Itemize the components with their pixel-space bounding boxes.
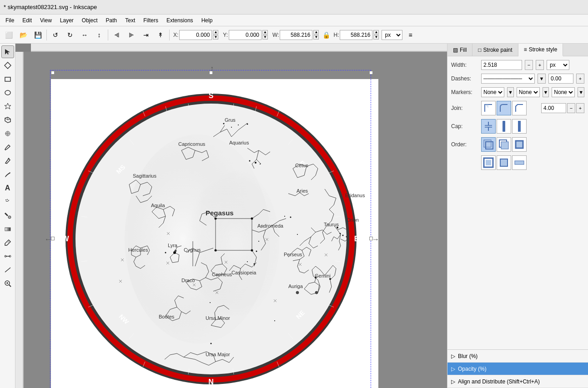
markers-end-select[interactable]: None bbox=[552, 87, 575, 97]
spray-tool[interactable] bbox=[1, 195, 14, 208]
order-outside-btn[interactable] bbox=[481, 155, 496, 170]
canvas-area[interactable]: S MS ES W E NW NE N bbox=[15, 44, 447, 388]
3dbox-tool[interactable] bbox=[1, 114, 14, 126]
arrow-left: ← bbox=[45, 235, 52, 244]
rect-tool[interactable] bbox=[1, 73, 14, 85]
lock-ratio-btn[interactable]: 🔒 bbox=[322, 30, 331, 40]
markers-mid-select[interactable]: None bbox=[517, 87, 540, 97]
pen-tool[interactable] bbox=[1, 154, 14, 167]
svg-point-98 bbox=[211, 343, 212, 344]
menu-text[interactable]: Text bbox=[121, 16, 139, 25]
order-paint-stroke-btn[interactable] bbox=[481, 137, 496, 152]
width-input[interactable] bbox=[481, 60, 522, 70]
width-unit-select[interactable]: px mm pt bbox=[547, 60, 569, 70]
gradient-tool[interactable] bbox=[1, 223, 14, 235]
blur-item[interactable]: ▷ Blur (%) bbox=[447, 350, 588, 363]
order-inside-btn[interactable] bbox=[512, 137, 527, 152]
join-value-decrement[interactable]: − bbox=[567, 103, 575, 113]
zoom-tool[interactable] bbox=[1, 277, 14, 290]
x-decrement[interactable]: ▼ bbox=[213, 35, 218, 40]
star-tool[interactable] bbox=[1, 100, 14, 113]
align-label: Align and Distribute (Shift+Ctrl+A) bbox=[458, 378, 540, 385]
cap-butt-btn[interactable] bbox=[481, 119, 496, 134]
redo-btn[interactable]: ↻ bbox=[63, 29, 77, 41]
align-left-btn[interactable]: ⫷ bbox=[110, 29, 124, 41]
align-justify-btn[interactable]: ↟ bbox=[154, 29, 167, 41]
menu-help[interactable]: Help bbox=[198, 16, 216, 25]
join-value-input[interactable] bbox=[541, 103, 566, 113]
ellipse-tool[interactable] bbox=[1, 86, 14, 99]
markers-start-select[interactable]: None bbox=[481, 87, 504, 97]
x-increment[interactable]: ▲ bbox=[213, 30, 218, 35]
join-round-btn[interactable] bbox=[497, 101, 511, 115]
select-tool[interactable] bbox=[1, 45, 14, 58]
open-btn[interactable]: 📂 bbox=[16, 29, 30, 41]
dropper-tool[interactable] bbox=[1, 236, 14, 249]
join-bevel-btn[interactable] bbox=[512, 101, 527, 115]
menu-object[interactable]: Object bbox=[78, 16, 101, 25]
dashes-dropdown[interactable]: ▼ bbox=[538, 74, 546, 84]
x-input[interactable] bbox=[179, 30, 212, 40]
menu-edit[interactable]: Edit bbox=[19, 16, 35, 25]
order-center-btn[interactable] bbox=[497, 155, 511, 170]
align-item[interactable]: ▷ Align and Distribute (Shift+Ctrl+A) bbox=[447, 375, 588, 388]
tab-stroke-style[interactable]: ≡ Stroke style bbox=[518, 44, 563, 56]
opacity-item[interactable]: ▷ Opacity (%) bbox=[447, 363, 588, 375]
markers-start-dropdown[interactable]: ▼ bbox=[507, 87, 514, 97]
connector-tool[interactable] bbox=[1, 250, 14, 263]
calligraphy-tool[interactable] bbox=[1, 168, 14, 181]
width-decrement[interactable]: − bbox=[525, 60, 533, 70]
svg-point-100 bbox=[210, 302, 211, 303]
spiral-tool[interactable] bbox=[1, 127, 14, 140]
h-increment[interactable]: ▲ bbox=[373, 30, 379, 35]
dashes-label: Dashes: bbox=[451, 75, 478, 82]
pencil-tool[interactable] bbox=[1, 141, 14, 154]
cap-round-btn[interactable] bbox=[497, 119, 511, 134]
new-btn[interactable]: ⬜ bbox=[2, 29, 15, 41]
menu-file[interactable]: File bbox=[2, 16, 18, 25]
flip-v-btn[interactable]: ↕ bbox=[92, 29, 106, 41]
y-input[interactable] bbox=[229, 30, 261, 40]
h-input[interactable] bbox=[340, 30, 372, 40]
menu-filters[interactable]: Filters bbox=[140, 16, 162, 25]
tab-stroke-paint[interactable]: □ Stroke paint bbox=[472, 44, 518, 56]
unit-select[interactable]: px mm cm in bbox=[382, 30, 402, 40]
order-custom-btn[interactable] bbox=[512, 155, 527, 170]
svg-point-97 bbox=[165, 252, 166, 254]
node-tool[interactable] bbox=[1, 59, 14, 72]
flip-h-btn[interactable]: ↔ bbox=[78, 29, 91, 41]
w-increment[interactable]: ▲ bbox=[313, 30, 319, 35]
overflow-btn[interactable]: ≡ bbox=[403, 29, 417, 41]
h-decrement[interactable]: ▼ bbox=[373, 35, 379, 40]
menu-path[interactable]: Path bbox=[102, 16, 121, 25]
handle-tr[interactable] bbox=[369, 71, 373, 75]
markers-mid-dropdown[interactable]: ▼ bbox=[543, 87, 549, 97]
menu-extensions[interactable]: Extensions bbox=[163, 16, 197, 25]
y-decrement[interactable]: ▼ bbox=[262, 35, 268, 40]
paint-bucket-tool[interactable] bbox=[1, 209, 14, 222]
y-increment[interactable]: ▲ bbox=[262, 30, 268, 35]
menu-layer[interactable]: Layer bbox=[56, 16, 77, 25]
text-tool[interactable]: A bbox=[1, 182, 14, 194]
dashes-select[interactable]: ────────── - - - - - - · · · · · · bbox=[481, 74, 535, 84]
w-decrement[interactable]: ▼ bbox=[313, 35, 319, 40]
align-right-btn[interactable]: ⇥ bbox=[139, 29, 153, 41]
measure-tool[interactable] bbox=[1, 264, 14, 276]
save-btn[interactable]: 💾 bbox=[31, 29, 45, 41]
dashes-value-input[interactable] bbox=[548, 74, 573, 84]
markers-end-dropdown[interactable]: ▼ bbox=[578, 87, 584, 97]
w-input[interactable] bbox=[280, 30, 312, 40]
order-stroke-paint-btn[interactable] bbox=[497, 137, 511, 152]
undo-btn[interactable]: ↺ bbox=[49, 29, 62, 41]
align-center-btn[interactable]: ⫸ bbox=[125, 29, 138, 41]
handle-tl[interactable] bbox=[51, 71, 55, 75]
width-increment[interactable]: + bbox=[536, 60, 544, 70]
cap-square-btn[interactable] bbox=[512, 119, 527, 134]
tab-fill[interactable]: ▨ Fill bbox=[447, 44, 472, 56]
svg-marker-4 bbox=[5, 103, 11, 109]
width-row: Width: − + px mm pt bbox=[451, 60, 584, 70]
join-miter-btn[interactable] bbox=[481, 101, 496, 115]
join-value-increment[interactable]: + bbox=[576, 103, 584, 113]
dashes-value-increment[interactable]: + bbox=[576, 74, 584, 84]
menu-view[interactable]: View bbox=[36, 16, 55, 25]
